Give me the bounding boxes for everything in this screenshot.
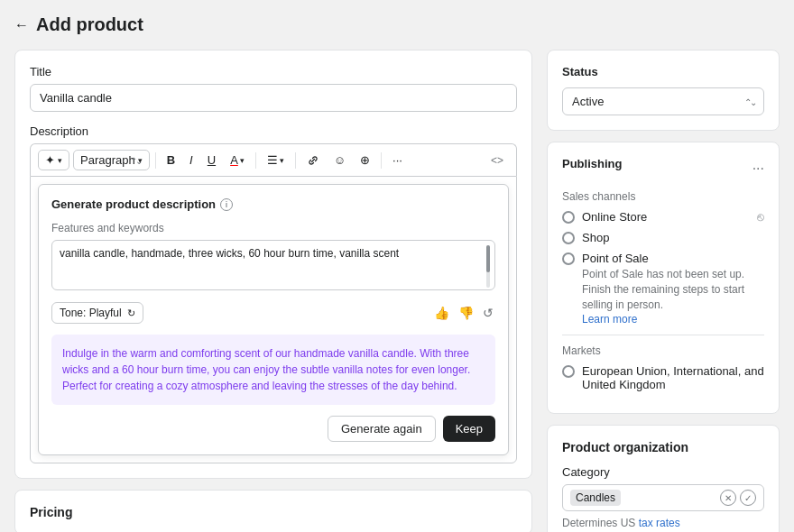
features-label: Features and keywords: [51, 222, 495, 234]
pos-note: Point of Sale has not been set up. Finis…: [582, 267, 764, 312]
editor-toolbar: ✦ ▾ Paragraph ▾ B I U A ▾: [30, 143, 517, 176]
generate-again-button[interactable]: Generate again: [328, 416, 436, 442]
online-store-label: Online Store: [582, 210, 647, 224]
tax-rates-link[interactable]: tax rates: [639, 517, 680, 529]
code-button[interactable]: <>: [485, 151, 509, 170]
color-button[interactable]: A ▾: [225, 151, 250, 170]
align-icon: ☰: [267, 153, 278, 167]
product-card: Title Description ✦ ▾ Paragraph ▾: [14, 50, 532, 479]
status-card: Status Active Draft Archived: [547, 50, 780, 131]
channel-shop: Shop: [562, 231, 764, 244]
chevron-down-icon-2: ▾: [138, 156, 143, 165]
thumbs-down-button[interactable]: 👎: [457, 304, 475, 322]
align-button[interactable]: ☰ ▾: [262, 151, 290, 170]
publishing-header: Publishing ···: [562, 157, 764, 179]
ai-panel: Generate product description i Features …: [38, 184, 509, 455]
embed-button[interactable]: ⊕: [355, 151, 375, 170]
code-icon: <>: [491, 154, 503, 167]
paragraph-label: Paragraph: [80, 153, 135, 167]
title-input[interactable]: [30, 84, 517, 112]
features-textarea[interactable]: vanilla candle, handmade, three wicks, 6…: [51, 240, 495, 290]
markets-value: European Union, International, and Unite…: [582, 364, 764, 391]
toolbar-divider-3: [295, 152, 296, 169]
tax-note: Determines US tax rates: [562, 517, 764, 529]
editor-area[interactable]: Generate product description i Features …: [30, 176, 517, 463]
features-textarea-wrap: vanilla candle, handmade, three wicks, 6…: [51, 240, 495, 293]
share-icon: ⎋: [757, 210, 764, 224]
tone-actions: 👍 👎 ↺: [432, 304, 495, 322]
pos-label: Point of Sale: [582, 252, 649, 265]
link-button[interactable]: [301, 151, 325, 170]
embed-icon: ⊕: [360, 153, 370, 167]
ai-generated-text: Indulge in the warm and comforting scent…: [51, 335, 495, 405]
sales-channels-label: Sales channels: [562, 190, 764, 203]
keep-button[interactable]: Keep: [443, 416, 495, 442]
chevron-down-icon-3: ▾: [240, 156, 245, 165]
online-store-radio[interactable]: [562, 211, 575, 224]
side-column: Status Active Draft Archived Publishing …: [547, 50, 780, 532]
status-card-title: Status: [562, 65, 764, 78]
publishing-title: Publishing: [562, 157, 622, 170]
markets-item: European Union, International, and Unite…: [562, 364, 764, 391]
category-actions: ✕ ✓: [720, 490, 756, 506]
info-icon: i: [220, 198, 233, 211]
magic-icon: ✦: [45, 153, 55, 167]
scroll-track: [486, 245, 490, 288]
pos-info: Point of Sale Point of Sale has not been…: [582, 252, 764, 326]
italic-button[interactable]: I: [184, 151, 198, 170]
product-org-title: Product organization: [562, 440, 764, 454]
back-button[interactable]: ←: [14, 17, 29, 33]
main-column: Title Description ✦ ▾ Paragraph ▾: [14, 50, 532, 532]
confirm-category-button[interactable]: ✓: [740, 490, 756, 506]
markets-label: Markets: [562, 344, 764, 357]
tone-chevron: ↻: [127, 307, 135, 319]
title-label: Title: [30, 65, 517, 78]
tone-select[interactable]: Tone: Playful ↻: [51, 302, 143, 324]
markets-radio[interactable]: [562, 365, 575, 378]
pricing-title: Pricing: [30, 505, 517, 519]
emoji-icon: ☺: [334, 153, 346, 167]
publishing-more-button[interactable]: ···: [752, 161, 764, 177]
clear-category-button[interactable]: ✕: [720, 490, 736, 506]
publishing-divider: [562, 335, 764, 335]
page-header: ← Add product: [14, 14, 780, 35]
status-select-wrapper: Active Draft Archived: [562, 87, 764, 115]
description-label: Description: [30, 124, 517, 138]
pos-radio[interactable]: [562, 252, 575, 265]
more-button[interactable]: ···: [387, 151, 408, 170]
underline-button[interactable]: U: [202, 151, 221, 170]
learn-more-link[interactable]: Learn more: [582, 313, 637, 326]
category-label: Category: [562, 465, 764, 479]
regenerate-button[interactable]: ↺: [481, 304, 495, 322]
toolbar-divider-2: [255, 152, 256, 169]
thumbs-up-button[interactable]: 👍: [432, 304, 451, 322]
page-title: Add product: [36, 14, 143, 35]
tone-label: Tone: Playful: [60, 307, 122, 319]
chevron-down-icon: ▾: [58, 156, 62, 165]
channel-online-store: Online Store ⎋: [562, 210, 764, 224]
status-select[interactable]: Active Draft Archived: [562, 87, 764, 115]
emoji-button[interactable]: ☺: [328, 151, 351, 170]
product-org-card: Product organization Category Candles ✕ …: [547, 425, 780, 532]
color-a-icon: A: [230, 153, 238, 167]
category-tag: Candles: [570, 490, 621, 506]
ai-panel-title: Generate product description i: [51, 197, 495, 211]
link-icon: [307, 154, 319, 167]
channel-pos: Point of Sale Point of Sale has not been…: [562, 252, 764, 326]
publishing-card: Publishing ··· Sales channels Online Sto…: [547, 142, 780, 414]
toolbar-divider-1: [155, 152, 156, 169]
shop-radio[interactable]: [562, 232, 575, 244]
ai-tone-row: Tone: Playful ↻ 👍 👎 ↺: [51, 302, 495, 324]
pricing-card: Pricing: [14, 490, 532, 532]
category-input[interactable]: [626, 491, 715, 505]
scroll-thumb[interactable]: [486, 245, 490, 272]
ai-toolbar-button[interactable]: ✦ ▾: [38, 150, 69, 170]
ai-actions: Generate again Keep: [51, 416, 495, 442]
bold-button[interactable]: B: [162, 151, 180, 170]
shop-label: Shop: [582, 231, 609, 244]
chevron-down-icon-4: ▾: [280, 156, 284, 165]
toolbar-divider-4: [381, 152, 382, 169]
category-field[interactable]: Candles ✕ ✓: [562, 484, 764, 511]
paragraph-select[interactable]: Paragraph ▾: [73, 150, 150, 170]
